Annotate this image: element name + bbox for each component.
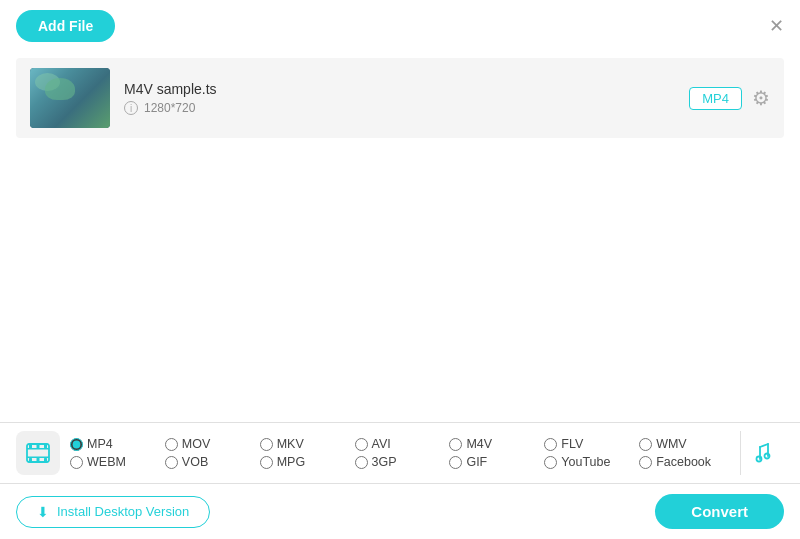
svg-rect-4 — [37, 444, 40, 448]
audio-format-button[interactable] — [740, 431, 784, 475]
format-badge[interactable]: MP4 — [689, 87, 742, 110]
main-content-area — [0, 138, 800, 338]
action-bar: ⬇ Install Desktop Version Convert — [0, 484, 800, 539]
svg-point-10 — [764, 454, 769, 459]
format-bar: MP4 MOV MKV AVI M4V FLV WMV WEB — [0, 422, 800, 484]
format-radio-flv[interactable] — [544, 438, 557, 451]
svg-point-9 — [756, 457, 761, 462]
format-radio-mov[interactable] — [165, 438, 178, 451]
format-radio-m4v[interactable] — [449, 438, 462, 451]
svg-rect-1 — [27, 448, 49, 450]
close-button[interactable]: ✕ — [769, 17, 784, 35]
format-option-gif[interactable]: GIF — [449, 455, 540, 469]
file-name: M4V sample.ts — [124, 81, 675, 97]
format-option-flv[interactable]: FLV — [544, 437, 635, 451]
svg-rect-2 — [27, 457, 49, 459]
format-option-m4v[interactable]: M4V — [449, 437, 540, 451]
convert-button[interactable]: Convert — [655, 494, 784, 529]
format-radio-webm[interactable] — [70, 456, 83, 469]
format-radio-youtube[interactable] — [544, 456, 557, 469]
info-icon: i — [124, 101, 138, 115]
svg-rect-3 — [29, 444, 32, 448]
header: Add File ✕ — [0, 0, 800, 52]
format-radio-wmv[interactable] — [639, 438, 652, 451]
format-option-wmv[interactable]: WMV — [639, 437, 730, 451]
settings-icon[interactable]: ⚙ — [752, 86, 770, 110]
format-option-mov[interactable]: MOV — [165, 437, 256, 451]
svg-rect-7 — [37, 458, 40, 462]
format-option-mp4[interactable]: MP4 — [70, 437, 161, 451]
video-format-button[interactable] — [16, 431, 60, 475]
file-actions: MP4 ⚙ — [689, 86, 770, 110]
format-option-youtube[interactable]: YouTube — [544, 455, 635, 469]
format-radio-avi[interactable] — [355, 438, 368, 451]
add-file-button[interactable]: Add File — [16, 10, 115, 42]
file-resolution: 1280*720 — [144, 101, 195, 115]
format-option-3gp[interactable]: 3GP — [355, 455, 446, 469]
format-option-webm[interactable]: WEBM — [70, 455, 161, 469]
bottom-section: MP4 MOV MKV AVI M4V FLV WMV WEB — [0, 422, 800, 539]
format-radio-mkv[interactable] — [260, 438, 273, 451]
format-option-avi[interactable]: AVI — [355, 437, 446, 451]
file-info: M4V sample.ts i 1280*720 — [124, 81, 675, 115]
format-option-facebook[interactable]: Facebook — [639, 455, 730, 469]
file-meta: i 1280*720 — [124, 101, 675, 115]
format-radio-3gp[interactable] — [355, 456, 368, 469]
format-option-vob[interactable]: VOB — [165, 455, 256, 469]
music-icon — [750, 440, 776, 466]
install-label: Install Desktop Version — [57, 504, 189, 519]
format-radio-gif[interactable] — [449, 456, 462, 469]
format-option-mkv[interactable]: MKV — [260, 437, 351, 451]
file-thumbnail — [30, 68, 110, 128]
format-radio-mpg[interactable] — [260, 456, 273, 469]
svg-rect-8 — [44, 458, 47, 462]
format-options: MP4 MOV MKV AVI M4V FLV WMV WEB — [70, 437, 730, 469]
install-desktop-button[interactable]: ⬇ Install Desktop Version — [16, 496, 210, 528]
download-icon: ⬇ — [37, 504, 49, 520]
svg-rect-5 — [44, 444, 47, 448]
format-radio-mp4[interactable] — [70, 438, 83, 451]
file-list-item: M4V sample.ts i 1280*720 MP4 ⚙ — [16, 58, 784, 138]
format-option-mpg[interactable]: MPG — [260, 455, 351, 469]
svg-rect-6 — [29, 458, 32, 462]
format-radio-vob[interactable] — [165, 456, 178, 469]
format-radio-facebook[interactable] — [639, 456, 652, 469]
film-icon — [25, 440, 51, 466]
